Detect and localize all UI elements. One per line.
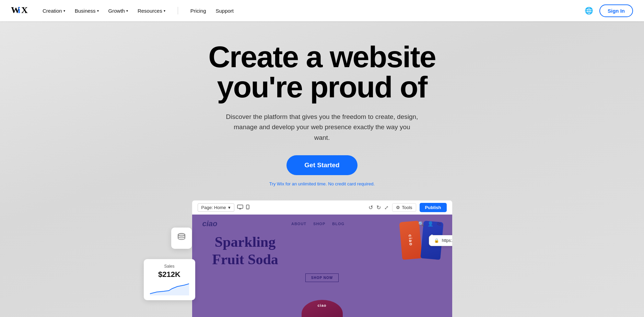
user-icon: 👤 (428, 221, 433, 227)
nav-resources[interactable]: Resources ▾ (138, 8, 165, 14)
site-nav-blog: BLOG (332, 222, 344, 226)
chevron-down-icon: ▾ (164, 9, 165, 13)
nav-creation[interactable]: Creation ▾ (43, 8, 65, 14)
chevron-down-icon: ▾ (63, 9, 65, 13)
database-widget (171, 228, 192, 249)
sales-amount: $212K (150, 270, 189, 279)
hero-subtitle: Discover the platform that gives you the… (226, 112, 418, 143)
site-nav-about: ABOUT (291, 222, 306, 226)
site-nav-shop: SHOP (313, 222, 325, 226)
nav-business[interactable]: Business ▾ (75, 8, 99, 14)
nav-links: Creation ▾ Business ▾ Growth ▾ Resources… (43, 7, 234, 14)
nav-right: 🌐 Sign In (585, 4, 633, 17)
nav-left: W i X Creation ▾ Business ▾ Growth ▾ Res… (11, 5, 234, 17)
nav-support[interactable]: Support (216, 8, 234, 14)
svg-text:X: X (21, 5, 28, 14)
page-selector[interactable]: Page: Home ▾ (198, 203, 234, 212)
undo-icon[interactable]: ↺ (368, 204, 373, 211)
wix-logo[interactable]: W i X (11, 5, 30, 17)
chevron-down-icon: ▾ (97, 9, 99, 13)
hero-text-block: Create a website you're proud of Discove… (208, 21, 436, 186)
lock-icon: 🔒 (434, 238, 439, 243)
svg-point-9 (247, 208, 248, 209)
site-shop-now-button[interactable]: SHOP NOW (305, 273, 339, 282)
sales-chart (150, 282, 189, 295)
editor-mockup: Sales $212K Page: Home ▾ (192, 200, 453, 317)
site-logo: ciao (202, 219, 218, 228)
nav-growth[interactable]: Growth ▾ (108, 8, 128, 14)
database-icon (176, 232, 187, 245)
toolbar-left: Page: Home ▾ (198, 203, 249, 212)
editor-toolbar: Page: Home ▾ (192, 200, 453, 215)
sales-label: Sales (150, 264, 189, 269)
sign-in-button[interactable]: Sign In (599, 4, 633, 17)
chevron-down-icon: ▾ (228, 205, 231, 210)
site-nav-links: ABOUT SHOP BLOG (291, 222, 344, 226)
main-nav: W i X Creation ▾ Business ▾ Growth ▾ Res… (0, 0, 644, 21)
site-nav: ciao ABOUT SHOP BLOG 🔍 👤 🛍 (192, 215, 452, 233)
nav-divider (178, 7, 178, 14)
desktop-icon[interactable] (237, 205, 243, 211)
svg-rect-5 (237, 205, 243, 208)
mobile-icon[interactable] (246, 205, 249, 211)
publish-button[interactable]: Publish (420, 203, 447, 212)
sales-widget: Sales $212K (144, 259, 195, 300)
hero-title: Create a website you're proud of (208, 42, 436, 102)
editor-canvas: 🔒 https://www.ciaodrinks.com ciao Prebio… (192, 215, 453, 317)
redo-icon[interactable]: ↻ (376, 204, 381, 211)
wrench-icon: ⚙ (396, 205, 400, 210)
url-bar: 🔒 https://www.ciaodrinks.com (429, 235, 453, 246)
svg-text:i: i (18, 5, 20, 14)
toolbar-icons (237, 205, 249, 211)
tools-button[interactable]: ⚙ Tools (392, 203, 416, 212)
expand-icon[interactable]: ⤢ (384, 205, 389, 211)
chevron-down-icon: ▾ (126, 9, 128, 13)
globe-icon[interactable]: 🌐 (585, 7, 593, 15)
bottom-can: ciao (302, 300, 343, 317)
toolbar-right: ↺ ↻ ⤢ ⚙ Tools Publish (368, 203, 446, 212)
try-wix-text: Try Wix for an unlimited time. No credit… (208, 181, 436, 186)
nav-pricing[interactable]: Pricing (190, 8, 206, 14)
site-hero-title: Sparkling Fruit Soda (202, 233, 288, 268)
get-started-button[interactable]: Get Started (286, 155, 357, 175)
search-icon: 🔍 (418, 221, 424, 227)
bag-icon: 🛍 (437, 221, 442, 227)
site-nav-icons: 🔍 👤 🛍 (418, 221, 442, 227)
hero-section: Create a website you're proud of Discove… (0, 0, 644, 317)
